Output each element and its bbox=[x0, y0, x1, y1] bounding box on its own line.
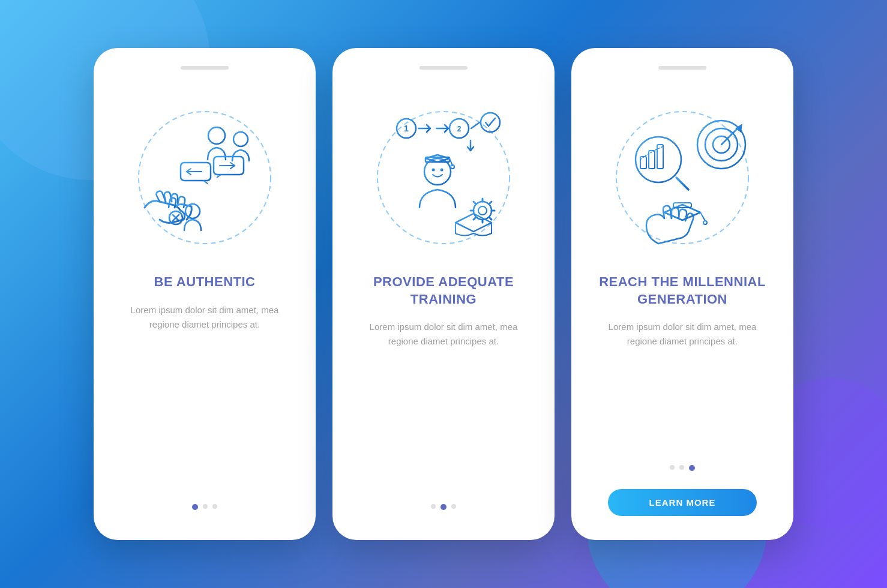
svg-point-27 bbox=[636, 137, 681, 182]
phone-card-3: REACH THE MILLENNIAL GENERATION Lorem ip… bbox=[571, 48, 793, 540]
dot-1-3[interactable] bbox=[212, 504, 217, 509]
card-2-title: PROVIDE ADEQUATE TRAINING bbox=[350, 274, 537, 308]
svg-point-22 bbox=[451, 165, 454, 169]
phone-notch-3 bbox=[658, 66, 706, 70]
card-1-dots bbox=[192, 504, 217, 510]
svg-point-26 bbox=[616, 112, 748, 244]
svg-point-15 bbox=[481, 113, 500, 132]
dot-2-2[interactable] bbox=[440, 504, 447, 510]
card-3-title: REACH THE MILLENNIAL GENERATION bbox=[589, 274, 775, 308]
illustration-2: 1 2 bbox=[350, 82, 537, 274]
phone-card-1: BE AUTHENTIC Lorem ipsum dolor sit dim a… bbox=[94, 48, 316, 540]
svg-rect-30 bbox=[649, 151, 655, 169]
svg-point-24 bbox=[478, 206, 487, 215]
dot-2-3[interactable] bbox=[451, 504, 456, 509]
card-3-body: Lorem ipsum dolor sit dim amet, mea regi… bbox=[589, 320, 775, 349]
dot-3-1[interactable] bbox=[670, 465, 675, 470]
dot-1-1[interactable] bbox=[192, 504, 198, 510]
svg-rect-31 bbox=[657, 145, 663, 169]
svg-point-17 bbox=[432, 169, 435, 172]
card-2-body: Lorem ipsum dolor sit dim amet, mea regi… bbox=[350, 320, 537, 349]
svg-point-39 bbox=[703, 221, 707, 224]
svg-point-1 bbox=[208, 127, 225, 144]
dot-3-3[interactable] bbox=[689, 465, 695, 471]
svg-text:1: 1 bbox=[404, 124, 409, 133]
card-1-title: BE AUTHENTIC bbox=[154, 274, 256, 291]
illustration-1 bbox=[112, 82, 298, 274]
phone-notch-2 bbox=[419, 66, 468, 70]
dot-2-1[interactable] bbox=[431, 504, 436, 509]
phone-card-2: 1 2 bbox=[332, 48, 555, 540]
dot-1-2[interactable] bbox=[203, 504, 208, 509]
card-1-body: Lorem ipsum dolor sit dim amet, mea regi… bbox=[112, 303, 298, 332]
card-2-dots bbox=[431, 504, 456, 510]
svg-point-0 bbox=[139, 112, 271, 244]
card-3-dots bbox=[670, 465, 695, 471]
svg-line-38 bbox=[700, 212, 705, 221]
learn-more-button[interactable]: LEARN MORE bbox=[608, 489, 757, 516]
dot-3-2[interactable] bbox=[679, 465, 684, 470]
svg-text:2: 2 bbox=[457, 125, 462, 133]
cards-container: BE AUTHENTIC Lorem ipsum dolor sit dim a… bbox=[94, 48, 793, 540]
svg-point-18 bbox=[440, 169, 444, 172]
svg-point-5 bbox=[185, 204, 200, 218]
svg-line-28 bbox=[676, 178, 688, 190]
illustration-3 bbox=[589, 82, 775, 274]
phone-notch-1 bbox=[181, 66, 229, 70]
svg-marker-25 bbox=[456, 214, 492, 232]
svg-point-2 bbox=[233, 132, 248, 146]
